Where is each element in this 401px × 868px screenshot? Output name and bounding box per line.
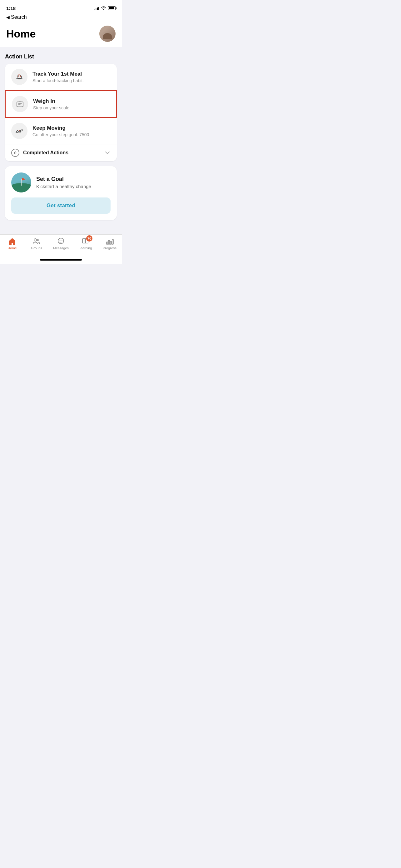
goal-card-top: Set a Goal Kickstart a healthy change: [11, 173, 110, 192]
home-indicator-bar: [40, 259, 82, 260]
svg-rect-10: [110, 241, 111, 244]
track-meal-title: Track Your 1st Meal: [32, 71, 110, 77]
completed-label: Completed Actions: [23, 150, 101, 156]
page-header: Home: [0, 23, 122, 47]
back-nav[interactable]: ◀ Search: [0, 14, 122, 23]
completed-actions-row[interactable]: 0 Completed Actions: [5, 144, 117, 161]
action-item-track-meal[interactable]: Track Your 1st Meal Start a food-trackin…: [5, 64, 117, 90]
progress-tab-icon: [106, 237, 114, 245]
back-nav-label: Search: [11, 14, 27, 20]
status-time: 1:18: [6, 6, 15, 11]
learning-tab-icon: 70: [81, 237, 89, 245]
status-icons: [94, 6, 116, 10]
page-title: Home: [6, 28, 36, 40]
get-started-button[interactable]: Get started: [11, 197, 110, 214]
chevron-down-icon: [104, 150, 110, 156]
tab-messages[interactable]: Messages: [52, 237, 70, 250]
back-arrow-icon: ◀: [6, 15, 10, 20]
avatar[interactable]: [99, 26, 115, 42]
weigh-in-title: Weigh In: [33, 98, 110, 104]
tab-home[interactable]: Home: [3, 237, 22, 250]
learning-tab-label: Learning: [79, 246, 92, 250]
action-list-card: Track Your 1st Meal Start a food-trackin…: [5, 64, 117, 161]
svg-rect-8: [106, 242, 108, 244]
track-meal-subtitle: Start a food-tracking habit.: [32, 78, 110, 83]
home-indicator: [0, 257, 122, 264]
completed-count-badge: 0: [11, 149, 20, 157]
goal-title: Set a Goal: [36, 176, 110, 183]
main-content: Action List Track Your 1st Meal Start a …: [0, 47, 122, 234]
progress-tab-label: Progress: [103, 246, 116, 250]
action-item-keep-moving[interactable]: Keep Moving Go after your step goal: 750…: [5, 118, 117, 144]
status-bar: 1:18: [0, 0, 122, 14]
goal-card: Set a Goal Kickstart a healthy change Ge…: [5, 166, 117, 220]
goal-text: Set a Goal Kickstart a healthy change: [36, 176, 110, 189]
svg-point-3: [34, 239, 37, 241]
home-tab-label: Home: [7, 246, 16, 250]
track-meal-text: Track Your 1st Meal Start a food-trackin…: [32, 71, 110, 83]
keep-moving-subtitle: Go after your step goal: 7500: [32, 132, 110, 137]
signal-icon: [94, 6, 100, 10]
svg-rect-1: [17, 102, 23, 107]
keep-moving-title: Keep Moving: [32, 125, 110, 131]
learning-badge: 70: [86, 235, 93, 242]
food-icon: [11, 69, 28, 85]
wifi-icon: [101, 6, 106, 10]
svg-rect-11: [112, 239, 113, 244]
tab-groups[interactable]: Groups: [27, 237, 46, 250]
goal-subtitle: Kickstart a healthy change: [36, 184, 110, 189]
svg-rect-0: [18, 79, 21, 80]
action-list-title: Action List: [5, 54, 117, 60]
tab-learning[interactable]: 70 Learning: [76, 237, 95, 250]
scale-icon: [12, 96, 28, 112]
groups-tab-label: Groups: [31, 246, 42, 250]
keep-moving-text: Keep Moving Go after your step goal: 750…: [32, 125, 110, 137]
messages-tab-label: Messages: [53, 246, 69, 250]
shoe-icon: [11, 123, 28, 139]
groups-tab-icon: [32, 237, 41, 245]
battery-icon: [108, 6, 115, 10]
tab-progress[interactable]: Progress: [100, 237, 119, 250]
action-item-weigh-in[interactable]: Weigh In Step on your scale: [5, 90, 117, 118]
weigh-in-subtitle: Step on your scale: [33, 105, 110, 110]
svg-rect-9: [108, 240, 110, 244]
home-tab-icon: [8, 237, 16, 245]
tab-bar: Home Groups Messages: [0, 234, 122, 257]
weigh-in-text: Weigh In Step on your scale: [33, 98, 110, 110]
messages-tab-icon: [57, 237, 65, 245]
goal-icon: [11, 173, 31, 192]
svg-point-4: [37, 239, 39, 241]
